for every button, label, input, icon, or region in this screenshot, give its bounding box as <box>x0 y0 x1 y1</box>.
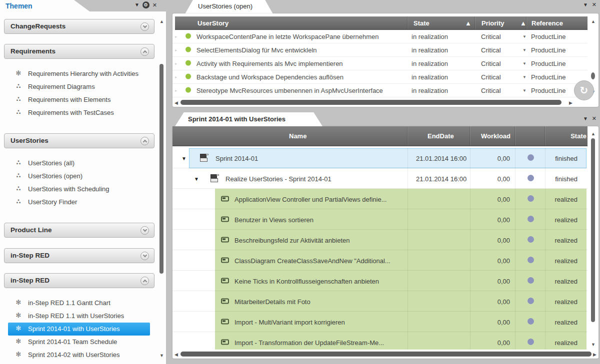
column-workload[interactable]: Workload <box>481 132 510 140</box>
column-state[interactable]: State <box>414 19 430 26</box>
sidebar-section-instep-red-2[interactable]: in-Step RED <box>4 273 154 288</box>
userstories-table-header: UserStory State ▲ Priority ▲ Reference <box>175 16 588 30</box>
priority-dropdown-icon[interactable]: ▼ <box>522 48 526 52</box>
row-expander-icon[interactable]: ▸ <box>175 75 177 79</box>
sidebar-item-userstories-scheduling[interactable]: ∴ UserStories with Scheduling <box>4 183 155 196</box>
scroll-down-icon[interactable]: ▼ <box>591 342 596 347</box>
collapse-expander-icon[interactable]: ▼ <box>194 176 199 181</box>
sidebar-section-changerequests[interactable]: ChangeRequests <box>4 19 154 34</box>
status-green-dot-icon <box>186 60 191 66</box>
userstory-card-icon <box>221 298 229 304</box>
close-icon[interactable]: ✕ <box>592 115 596 122</box>
panel-dropdown-icon[interactable]: ▼ <box>583 116 588 121</box>
refresh-button[interactable]: ↻ <box>574 80 594 100</box>
sidebar-item-sprint-2014-01-userstories[interactable]: ✻ Sprint 2014-01 with UserStories <box>4 323 155 336</box>
tab-sprint-2014-01[interactable]: Sprint 2014-01 with UserStories <box>175 112 322 126</box>
chevron-down-icon[interactable] <box>140 226 149 235</box>
table-row-userstory[interactable]: Keine Ticks in Kontrollflusseigenschafte… <box>172 271 598 291</box>
workload-dot-icon <box>528 257 534 263</box>
chevron-up-icon[interactable] <box>140 47 149 56</box>
column-enddate[interactable]: EndDate <box>428 132 454 140</box>
horizontal-scrollbar: ◀ ▶ <box>172 99 588 106</box>
hierarchy-gear-icon: ✻ <box>14 312 23 319</box>
workload-dot-icon <box>528 298 534 304</box>
horizontal-scroll-thumb[interactable] <box>180 352 592 357</box>
column-name[interactable]: Name <box>289 132 306 140</box>
close-icon[interactable]: ✕ <box>152 2 157 8</box>
sidebar-item-requirement-diagrams[interactable]: ∴ Requirement Diagrams <box>4 80 155 93</box>
priority-dropdown-icon[interactable]: ▼ <box>522 75 526 79</box>
row-expander-icon[interactable]: ▸ <box>175 34 177 39</box>
collapse-expander-icon[interactable]: ▼ <box>182 155 186 161</box>
column-reference[interactable]: Reference <box>532 19 563 26</box>
vertical-scroll-thumb[interactable] <box>591 72 595 79</box>
sidebar-item-userstory-finder[interactable]: ∴ UserStory Finder <box>4 196 155 209</box>
table-row-sprint[interactable]: ▼ Sprint 2014-01 21.01.2014 16:00 0,00 f… <box>172 148 598 168</box>
sidebar-scroll-thumb[interactable] <box>160 64 164 274</box>
gear-icon[interactable]: ⚙ <box>142 1 150 8</box>
table-row[interactable]: ▸ Activity with Requirements als Mvc imp… <box>172 57 588 70</box>
sidebar-item-requirements-testcases[interactable]: ∴ Requirements with TestCases <box>4 106 155 119</box>
sidebar-section-instep-red-1[interactable]: in-Step RED <box>4 248 154 263</box>
table-row-userstory[interactable]: ApplicationView Controller und PartialVi… <box>172 189 598 209</box>
table-row[interactable]: ▸ Stereotype MvcResources umbenennen in … <box>172 84 588 97</box>
sidebar-item-userstories-all[interactable]: ∴ UserStories (all) <box>4 157 155 170</box>
row-expander-icon[interactable]: ▸ <box>175 88 177 93</box>
sort-asc-icon[interactable]: ▲ <box>520 19 526 26</box>
row-expander-icon[interactable]: ▸ <box>175 61 177 66</box>
chevron-up-icon[interactable] <box>140 137 149 145</box>
sidebar-section-product-line[interactable]: Product Line <box>4 223 154 238</box>
diagram-icon: ∴ <box>14 159 23 166</box>
status-green-dot-icon <box>186 47 191 52</box>
priority-dropdown-icon[interactable]: ▼ <box>522 88 526 93</box>
sidebar-item-sprint-2014-01-team[interactable]: ✻ Sprint 2014-01 Team Schedule <box>4 336 155 349</box>
sidebar-item-gantt-chart[interactable]: ✻ in-Step RED 1.1 Gantt Chart <box>4 297 155 310</box>
panel-dropdown-icon[interactable]: ▼ <box>583 2 588 7</box>
sidebar-item-red11-userstories[interactable]: ✻ in-Step RED 1.1 with UserStories <box>4 310 155 323</box>
priority-dropdown-icon[interactable]: ▼ <box>522 61 526 66</box>
vertical-scroll-thumb[interactable] <box>591 138 595 322</box>
table-row-userstory[interactable]: Import - Transformation der UpdateFileSt… <box>172 332 598 350</box>
table-row[interactable]: ▸ Backstage und Workspace Dependencies a… <box>172 70 588 84</box>
sidebar-dropdown-icon[interactable]: ▼ <box>134 2 140 7</box>
close-icon[interactable]: ✕ <box>592 1 596 8</box>
table-row-sprint[interactable]: ▼ Realize UserStories - Sprint 2014-01 2… <box>172 168 598 189</box>
table-row-userstory[interactable]: MitarbeiterDetails mit Foto 0,00 realize… <box>172 291 598 312</box>
scroll-right-icon[interactable]: ▶ <box>569 100 572 105</box>
chevron-down-icon[interactable] <box>140 22 149 31</box>
row-expander-icon[interactable]: ▸ <box>175 48 177 52</box>
sprint-icon <box>200 154 210 161</box>
table-row[interactable]: ▸ WorkspaceContentPane in letzte Workspa… <box>172 30 588 43</box>
scroll-right-icon[interactable]: ▶ <box>593 352 596 357</box>
table-row-userstory[interactable]: Import - MultiVariant import korrigieren… <box>172 312 598 332</box>
sort-asc-icon[interactable]: ▲ <box>465 19 472 26</box>
tab-userstories-open[interactable]: UserStories (open) <box>185 0 273 14</box>
sidebar-item-userstories-open[interactable]: ∴ UserStories (open) <box>4 170 155 183</box>
userstory-card-icon <box>221 339 229 345</box>
chevron-down-icon[interactable] <box>140 252 149 260</box>
scroll-up-icon[interactable]: ▲ <box>591 131 596 136</box>
workload-dot-icon <box>528 195 534 202</box>
horizontal-scrollbar: ◀ ▶ <box>172 350 598 358</box>
table-row-userstory[interactable]: Benutzer in Views sortieren 0,00 realize… <box>172 209 598 230</box>
scroll-up-icon[interactable]: ▲ <box>591 19 596 24</box>
sidebar-section-requirements[interactable]: Requirements <box>4 44 154 59</box>
scroll-left-icon[interactable]: ◀ <box>174 352 178 357</box>
scroll-left-icon[interactable]: ◀ <box>174 100 178 105</box>
table-row-userstory[interactable]: ClassDiagram CreateClassSaveAndNew "Addi… <box>172 250 598 271</box>
sidebar-item-requirements-elements[interactable]: ∴ Requirements with Elements <box>4 93 155 106</box>
column-state[interactable]: State <box>570 132 586 140</box>
chevron-up-icon[interactable] <box>140 277 149 285</box>
table-row[interactable]: ▸ SelectElementsDialog für Mvc entwickle… <box>172 43 588 57</box>
scroll-up-icon[interactable]: ▲ <box>160 19 164 24</box>
column-priority[interactable]: Priority <box>482 19 504 26</box>
horizontal-scroll-thumb[interactable] <box>180 100 562 105</box>
table-row-userstory[interactable]: Beschreibungsfeld zur Aktivität anbieten… <box>172 230 598 250</box>
sidebar-section-userstories[interactable]: UserStories <box>4 133 154 148</box>
sidebar-item-sprint-2014-02-userstories[interactable]: ✻ Sprint 2014-02 with UserStories <box>4 349 155 362</box>
hierarchy-gear-icon: ✻ <box>14 325 23 332</box>
priority-dropdown-icon[interactable]: ▼ <box>522 34 526 39</box>
column-userstory[interactable]: UserStory <box>198 19 228 26</box>
sidebar-item-requirements-hierarchy[interactable]: ✻ Requirements Hierarchy with Activities <box>4 67 155 80</box>
scroll-down-icon[interactable]: ▼ <box>160 353 164 358</box>
